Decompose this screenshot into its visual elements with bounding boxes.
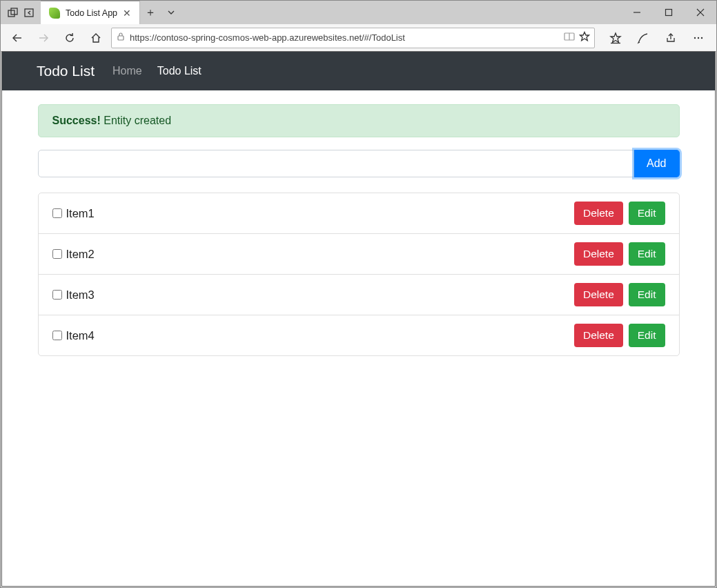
add-button[interactable]: Add xyxy=(634,150,679,177)
lock-icon xyxy=(116,32,126,44)
tab-title: Todo List App xyxy=(66,8,117,18)
svg-marker-12 xyxy=(580,32,589,40)
nav-link-todolist[interactable]: Todo List xyxy=(157,65,202,77)
edit-button[interactable]: Edit xyxy=(629,242,665,266)
item-checkbox[interactable] xyxy=(52,331,62,340)
item-label: Item4 xyxy=(66,329,95,342)
edit-button[interactable]: Edit xyxy=(629,324,665,347)
browser-tab[interactable]: Todo List App ✕ xyxy=(41,1,140,24)
address-bar[interactable] xyxy=(111,28,595,48)
svg-marker-13 xyxy=(611,33,620,43)
refresh-button[interactable] xyxy=(59,27,81,49)
item-label: Item3 xyxy=(66,288,95,302)
svg-rect-9 xyxy=(118,36,124,40)
reading-view-icon[interactable] xyxy=(564,32,575,44)
list-item: Item1DeleteEdit xyxy=(39,193,679,234)
window-close-button[interactable] xyxy=(685,1,716,24)
window-minimize-button[interactable] xyxy=(621,1,653,24)
list-item: Item4DeleteEdit xyxy=(39,315,679,355)
tabs-dropdown-icon[interactable] xyxy=(161,1,181,24)
item-checkbox[interactable] xyxy=(52,208,62,218)
item-label: Item2 xyxy=(66,248,95,261)
list-item: Item3DeleteEdit xyxy=(39,275,679,315)
app-brand[interactable]: Todo List xyxy=(37,63,95,79)
alert-success: Success! Entity created xyxy=(38,104,680,137)
alert-strong: Success! xyxy=(52,115,101,126)
edit-button[interactable]: Edit xyxy=(629,283,665,306)
more-icon[interactable] xyxy=(686,27,711,49)
favorite-star-icon[interactable] xyxy=(579,31,590,45)
browser-titlebar: Todo List App ✕ ＋ xyxy=(1,1,716,24)
forward-button[interactable] xyxy=(32,27,55,49)
new-tab-button[interactable]: ＋ xyxy=(140,1,161,24)
tab-close-icon[interactable]: ✕ xyxy=(123,8,131,18)
svg-rect-4 xyxy=(666,10,672,16)
svg-point-16 xyxy=(694,37,696,38)
url-input[interactable] xyxy=(130,32,560,43)
item-label: Item1 xyxy=(66,207,95,220)
nav-link-home[interactable]: Home xyxy=(112,65,142,77)
page-viewport: Todo List Home Todo List Success! Entity… xyxy=(1,51,716,587)
item-checkbox[interactable] xyxy=(52,249,62,259)
item-checkbox[interactable] xyxy=(52,290,62,300)
app-navbar: Todo List Home Todo List xyxy=(2,52,715,90)
alert-text: Entity created xyxy=(101,115,171,126)
delete-button[interactable]: Delete xyxy=(574,242,623,266)
asideset-icon[interactable] xyxy=(23,6,35,19)
new-todo-input[interactable] xyxy=(38,150,635,177)
edit-button[interactable]: Edit xyxy=(629,202,665,225)
browser-toolbar xyxy=(1,24,716,52)
svg-point-17 xyxy=(698,37,699,38)
list-item: Item2DeleteEdit xyxy=(39,234,679,275)
delete-button[interactable]: Delete xyxy=(574,283,623,306)
window-maximize-button[interactable] xyxy=(653,1,685,24)
home-button[interactable] xyxy=(85,27,107,49)
back-button[interactable] xyxy=(6,27,28,49)
delete-button[interactable]: Delete xyxy=(574,324,623,347)
share-icon[interactable] xyxy=(658,27,683,49)
add-row: Add xyxy=(38,150,680,177)
notes-icon[interactable] xyxy=(631,27,656,49)
app-container: Success! Entity created Add Item1DeleteE… xyxy=(38,90,680,384)
todo-list: Item1DeleteEditItem2DeleteEditItem3Delet… xyxy=(38,193,680,356)
spring-favicon-icon xyxy=(49,8,60,19)
svg-point-18 xyxy=(701,37,703,38)
delete-button[interactable]: Delete xyxy=(574,202,623,225)
favorites-bar-icon[interactable] xyxy=(603,27,628,49)
tabgroup-icon[interactable] xyxy=(6,6,19,19)
